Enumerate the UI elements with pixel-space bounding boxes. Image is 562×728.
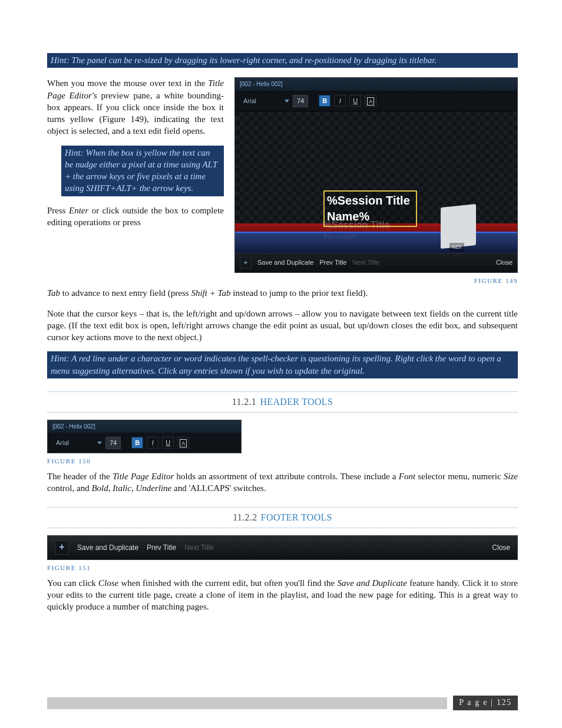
title-page-editor-footer-only: + Save and Duplicate Prev Title Next Tit…	[47, 535, 518, 560]
para-footer-tools: You can click Close when finished with t…	[47, 577, 518, 613]
hint-spellcheck: Hint: A red line under a character or wo…	[47, 351, 518, 378]
font-select-value: Arial	[52, 437, 95, 449]
prev-title-button[interactable]: Prev Title	[147, 543, 176, 552]
page-footer: P a g e | 125	[47, 696, 518, 710]
titlebar[interactable]: [002 - Helix 002]	[48, 420, 241, 434]
add-button[interactable]: +	[55, 541, 69, 555]
t: Font	[399, 472, 415, 481]
preview-canvas[interactable]: %Session Title Name% %Session Title Name…	[235, 111, 517, 253]
allcaps-button[interactable]: A	[365, 95, 376, 107]
selected-text-value: %Session Title Name%	[327, 194, 410, 223]
footer-bar: + Save and Duplicate Prev Title Next Tit…	[235, 253, 517, 272]
bold-button[interactable]: B	[319, 95, 330, 107]
para-preview: When you move the mouse over text in the…	[47, 77, 224, 137]
para-cursor-keys: Note that the cursor keys – that is, the…	[47, 308, 518, 344]
hint-nudge: Hint: When the box is yellow the text ca…	[61, 146, 224, 196]
title-page-editor-header-only: [002 - Helix 002] Arial 74 B I U A	[47, 420, 242, 453]
bold-glyph: B	[135, 439, 140, 446]
close-button[interactable]: Close	[492, 543, 510, 552]
underline-button[interactable]: U	[162, 437, 174, 449]
section-number: 11.2.1	[232, 397, 256, 407]
section-number: 11.2.2	[233, 512, 257, 522]
hint-resize: Hint: The panel can be re-sized by dragg…	[47, 53, 518, 68]
font-select[interactable]: Arial	[52, 437, 102, 449]
allcaps-glyph: A	[367, 97, 374, 106]
add-button[interactable]: +	[240, 257, 252, 269]
chevron-down-icon	[285, 100, 289, 103]
section-title: HEADER TOOLS	[260, 397, 333, 407]
white-block	[441, 203, 476, 248]
italic-glyph: I	[339, 97, 341, 104]
page-number-box: P a g e | 125	[453, 696, 518, 710]
t: control, and	[47, 483, 91, 493]
prev-title-button[interactable]: Prev Title	[319, 258, 346, 267]
figure-caption-151: FIGURE 151	[47, 564, 518, 572]
underline-button[interactable]: U	[349, 95, 361, 107]
t: The header of the	[47, 472, 113, 481]
section-title: FOOTER TOOLS	[261, 512, 332, 522]
figure-caption-150: FIGURE 150	[47, 457, 518, 466]
section-header-tools: 11.2.1 HEADER TOOLS	[47, 391, 518, 413]
t: Tab	[47, 288, 60, 298]
bold-button[interactable]: B	[131, 437, 143, 449]
footer-rule	[47, 697, 447, 709]
italic-glyph: I	[152, 439, 154, 446]
allcaps-glyph: A	[180, 439, 187, 447]
t: Enter	[69, 206, 88, 215]
t: Close	[98, 578, 118, 588]
save-and-duplicate-button[interactable]: Save and Duplicate	[257, 258, 313, 267]
page-label: P a g e	[459, 698, 488, 707]
italic-button[interactable]: I	[334, 95, 346, 107]
t: Size	[504, 472, 518, 481]
t: instead to jump to the prior text field)…	[230, 288, 368, 298]
t: Title Page Editor	[113, 472, 174, 481]
allcaps-button[interactable]: A	[177, 437, 189, 449]
t: You can click	[47, 578, 98, 588]
next-title-button: Next Title	[184, 543, 214, 552]
font-select-value: Arial	[240, 95, 282, 107]
chevron-down-icon	[97, 442, 102, 444]
page-sep: |	[488, 698, 497, 707]
figure-caption-149: FIGURE 149	[234, 276, 518, 285]
bold-glyph: B	[322, 97, 327, 104]
toolbar: Arial 74 B I U A	[48, 433, 241, 453]
font-select[interactable]: Arial	[240, 95, 289, 107]
t: Italic	[113, 483, 131, 493]
section-footer-tools: 11.2.2 FOOTER TOOLS	[47, 507, 518, 528]
para-enter: Press Enter or click outside the box to …	[47, 205, 224, 229]
next-title-button: Next Title	[352, 258, 379, 267]
t: Press	[47, 206, 69, 215]
underline-glyph: U	[166, 439, 170, 446]
save-and-duplicate-button[interactable]: Save and Duplicate	[77, 543, 138, 552]
t: When you move the mouse over text in the	[47, 78, 208, 88]
page-number: 125	[497, 698, 512, 707]
size-input[interactable]: 74	[293, 95, 308, 107]
t: Shift + Tab	[191, 288, 230, 298]
toolbar: Arial 74 B I U A	[235, 91, 517, 111]
t: to advance to next entry field (press	[60, 288, 191, 298]
t: when finished with the current edit, but…	[118, 578, 337, 588]
close-button[interactable]: Close	[496, 258, 513, 267]
titlebar[interactable]: [002 - Helix 002]	[235, 78, 517, 91]
italic-button[interactable]: I	[147, 437, 158, 449]
size-input[interactable]: 74	[105, 437, 121, 449]
para-header-tools: The header of the Title Page Editor hold…	[47, 470, 518, 495]
t: selector menu, numeric	[415, 472, 504, 481]
mirror-text: %Session Title Name%	[323, 219, 417, 244]
t: Underline	[135, 483, 171, 493]
t: holds an assortment of text attribute co…	[174, 472, 398, 481]
t: and 'ALLCAPS' switches.	[171, 483, 266, 493]
t: Bold	[91, 483, 108, 493]
ndi-badge: NDI	[449, 243, 464, 251]
title-page-editor: [002 - Helix 002] Arial 74 B I U A	[234, 77, 518, 272]
t: Save and Duplicate	[337, 578, 406, 588]
underline-glyph: U	[353, 97, 358, 104]
